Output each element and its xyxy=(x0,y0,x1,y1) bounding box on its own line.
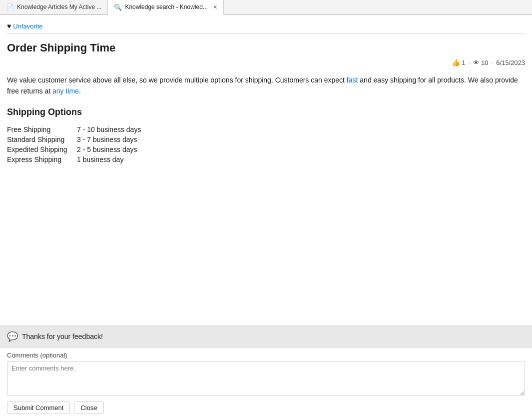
tab-knowledge-active[interactable]: 📄 Knowledge Articles My Active ... xyxy=(0,0,108,14)
likes-meta: 👍 1 xyxy=(452,58,465,66)
feedback-text: Thanks for your feedback! xyxy=(22,332,103,340)
form-buttons: Submit Comment Close xyxy=(7,402,525,414)
heart-icon: ♥ xyxy=(7,22,11,30)
meta-info: 👍 1 · 👁 10 · 6/15/2023 xyxy=(7,58,525,66)
shipping-duration-expedited: 2 - 5 business days xyxy=(77,144,149,154)
likes-count: 1 xyxy=(462,59,465,66)
close-button[interactable]: Close xyxy=(74,402,103,414)
table-row: Expedited Shipping 2 - 5 business days xyxy=(7,144,149,154)
document-icon: 📄 xyxy=(6,4,14,11)
feedback-form: Comments (optional) Submit Comment Close xyxy=(0,347,532,419)
table-row: Standard Shipping 3 - 7 business days xyxy=(7,134,149,144)
feedback-icon: 💬 xyxy=(7,331,18,342)
article-date: 6/15/2023 xyxy=(496,59,525,66)
meta-separator-2: · xyxy=(492,59,494,66)
tab-knowledge-active-label: Knowledge Articles My Active ... xyxy=(17,4,101,10)
tab-knowledge-search[interactable]: 🔍 Knowledge search - Knowled... ✕ xyxy=(108,0,223,15)
unfavorite-link[interactable]: ♥ Unfavorite xyxy=(7,19,525,33)
eye-icon: 👁 xyxy=(473,59,480,66)
tab-knowledge-search-label: Knowledge search - Knowled... xyxy=(125,4,207,10)
shipping-name-express: Express Shipping xyxy=(7,154,77,164)
tab-close-button[interactable]: ✕ xyxy=(213,4,217,10)
shipping-duration-free: 7 - 10 business days xyxy=(77,124,149,134)
article-title: Order Shipping Time xyxy=(7,42,525,54)
feedback-section: 💬 Thanks for your feedback! Comments (op… xyxy=(0,326,532,419)
table-row: Free Shipping 7 - 10 business days xyxy=(7,124,149,134)
feedback-banner: 💬 Thanks for your feedback! xyxy=(0,326,532,347)
search-tab-icon: 🔍 xyxy=(114,4,122,11)
views-meta: 👁 10 xyxy=(473,59,488,66)
comments-label: Comments (optional) xyxy=(7,352,525,359)
shipping-name-standard: Standard Shipping xyxy=(7,134,77,144)
divider xyxy=(7,33,525,34)
thumbs-up-icon: 👍 xyxy=(452,58,460,66)
fast-link[interactable]: fast xyxy=(347,76,358,84)
shipping-duration-standard: 3 - 7 business days xyxy=(77,134,149,144)
shipping-name-expedited: Expedited Shipping xyxy=(7,144,77,154)
shipping-table: Free Shipping 7 - 10 business days Stand… xyxy=(7,124,149,164)
shipping-options-heading: Shipping Options xyxy=(7,107,525,118)
shipping-name-free: Free Shipping xyxy=(7,124,77,134)
meta-separator-1: · xyxy=(468,59,470,66)
comments-textarea[interactable] xyxy=(7,361,525,396)
table-row: Express Shipping 1 business day xyxy=(7,154,149,164)
shipping-duration-express: 1 business day xyxy=(77,154,149,164)
views-count: 10 xyxy=(481,59,488,66)
tab-bar: 📄 Knowledge Articles My Active ... 🔍 Kno… xyxy=(0,0,532,15)
main-content: ♥ Unfavorite Order Shipping Time 👍 1 · 👁… xyxy=(0,15,532,164)
article-body: We value customer service above all else… xyxy=(7,74,525,97)
submit-comment-button[interactable]: Submit Comment xyxy=(7,402,70,414)
unfavorite-label: Unfavorite xyxy=(13,22,42,30)
any-time-link[interactable]: any time xyxy=(52,87,79,95)
